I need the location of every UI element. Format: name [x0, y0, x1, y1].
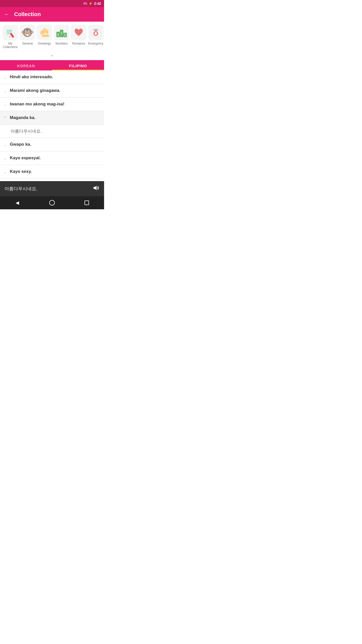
svg-text:1: 1 — [61, 32, 62, 34]
svg-text:2: 2 — [57, 33, 59, 36]
category-general[interactable]: General — [19, 25, 36, 49]
category-romance[interactable]: Romance — [70, 25, 87, 49]
signal-icon: 4G — [83, 2, 87, 5]
home-nav-icon — [49, 200, 55, 206]
svg-rect-37 — [94, 33, 97, 34]
battery-icon: ⚡ — [89, 2, 93, 5]
phrase-text-7: Kayo sexy. — [10, 169, 32, 174]
svg-point-14 — [28, 33, 29, 34]
chevron-down-icon: ⌄ — [4, 142, 7, 147]
svg-rect-20 — [27, 34, 28, 35]
phrase-text-1: Hindi ako interesado. — [10, 74, 53, 79]
phrase-item-7[interactable]: ⌄ Kayo sexy. — [0, 165, 104, 179]
recent-nav-icon — [84, 200, 89, 205]
app-bar: ← Collection — [0, 7, 104, 22]
svg-rect-26 — [40, 31, 42, 34]
phrase-item-2[interactable]: ⌄ Marami akong ginagawa. — [0, 84, 104, 98]
expand-chevron-icon[interactable]: ⌄ — [50, 52, 54, 58]
phrase-text-6: Kayo espesyal. — [10, 155, 41, 160]
nav-bar: ◀ — [0, 196, 104, 209]
phrase-item-3[interactable]: ⌄ Iwanan mo akong mag-isa! — [0, 98, 104, 111]
phrase-text-2: Marami akong ginagawa. — [10, 88, 60, 93]
svg-point-12 — [29, 31, 30, 32]
phrase-list[interactable]: ⌄ Hindi ako interesado. ⌄ Marami akong g… — [0, 70, 104, 181]
svg-rect-19 — [26, 34, 27, 35]
phrase-item-5[interactable]: ⌄ Gwapo ka. — [0, 138, 104, 151]
chevron-down-icon: ⌄ — [4, 89, 7, 93]
phrase-item-8[interactable]: ⌄ Kayo charming. — [0, 179, 104, 181]
back-button[interactable]: ← — [4, 11, 10, 18]
phrase-text-4: Maganda ka. — [10, 115, 35, 120]
chevron-down-icon: ⌄ — [4, 156, 7, 161]
svg-text:3: 3 — [64, 34, 66, 36]
svg-rect-21 — [43, 28, 45, 33]
tab-filipino[interactable]: FILIPINO — [52, 60, 104, 70]
svg-point-16 — [22, 31, 24, 33]
numbers-icon: 2 1 3 — [54, 25, 69, 40]
my-collections-icon — [3, 25, 18, 40]
svg-rect-24 — [42, 30, 43, 34]
chevron-down-icon: ⌄ — [4, 75, 7, 80]
svg-marker-38 — [94, 186, 97, 190]
numbers-label: Numbers — [56, 42, 68, 45]
language-tabs: KOREAN FILIPINO — [0, 60, 104, 70]
romance-label: Romance — [72, 42, 85, 45]
general-icon — [20, 25, 35, 40]
svg-rect-22 — [46, 29, 47, 33]
home-nav-button[interactable] — [48, 198, 57, 207]
translation-row-4: 아름다우시네요. — [0, 125, 104, 138]
emergency-label: Emergency — [88, 42, 104, 45]
status-time: 2:42 — [94, 2, 101, 6]
emergency-icon — [88, 25, 104, 40]
category-numbers[interactable]: 2 1 3 Numbers — [53, 25, 70, 49]
category-emergency[interactable]: Emergency — [87, 25, 104, 49]
svg-rect-23 — [47, 30, 49, 34]
svg-rect-34 — [94, 29, 98, 31]
chevron-down-icon: ⌄ — [4, 170, 7, 174]
audio-text: 아름다우시네요. — [5, 186, 37, 192]
greetings-icon — [37, 25, 52, 40]
phrase-item-1[interactable]: ⌄ Hindi ako interesado. — [0, 70, 104, 84]
svg-point-18 — [31, 31, 33, 33]
chevron-up-icon: ⌃ — [4, 116, 7, 120]
tab-korean[interactable]: KOREAN — [0, 60, 52, 70]
svg-point-8 — [24, 32, 30, 36]
back-nav-button[interactable]: ◀ — [13, 198, 22, 207]
recent-nav-button[interactable] — [82, 198, 91, 207]
phrase-text-5: Gwapo ka. — [10, 142, 31, 147]
category-row: My Collections — [0, 22, 104, 50]
page-title: Collection — [14, 11, 41, 18]
phrase-item-6[interactable]: ⌄ Kayo espesyal. — [0, 151, 104, 165]
chevron-down-icon: ⌄ — [4, 102, 7, 107]
romance-icon — [71, 25, 86, 40]
general-label: General — [22, 42, 33, 45]
svg-point-11 — [26, 31, 27, 32]
my-collections-label: My Collections — [2, 42, 19, 49]
category-my-collections[interactable]: My Collections — [2, 25, 19, 49]
phrase-text-3: Iwanan mo akong mag-isa! — [10, 102, 64, 107]
phrase-item-4[interactable]: ⌃ Maganda ka. — [0, 111, 104, 125]
audio-bar: 아름다우시네요. — [0, 181, 104, 196]
expand-row: ⌄ — [0, 50, 104, 60]
volume-icon[interactable] — [93, 184, 100, 193]
translation-text-4: 아름다우시네요. — [11, 129, 42, 134]
greetings-label: Greetings — [38, 42, 51, 45]
svg-rect-25 — [42, 34, 49, 37]
status-bar: 4G ⚡ 2:42 — [0, 0, 104, 7]
category-greetings[interactable]: Greetings — [36, 25, 53, 49]
svg-marker-6 — [9, 37, 10, 38]
svg-point-13 — [26, 33, 27, 34]
